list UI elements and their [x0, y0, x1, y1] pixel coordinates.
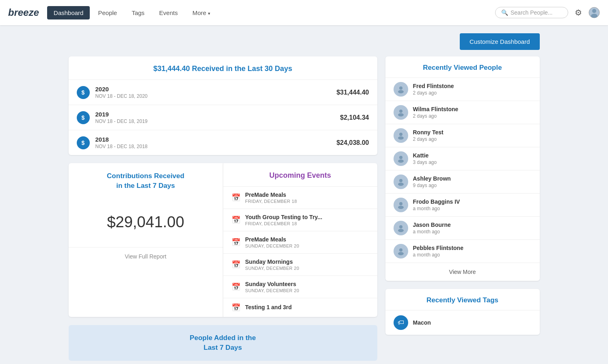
svg-point-2 [591, 14, 597, 18]
person-avatar-icon [397, 201, 405, 209]
chevron-down-icon [208, 9, 210, 16]
svg-point-13 [399, 202, 402, 205]
calendar-icon: 📅 [232, 260, 240, 269]
svg-point-11 [399, 179, 402, 182]
people-added-card: People Added in theLast 7 Days [69, 325, 377, 361]
event-row[interactable]: 📅 Sunday Volunteers SUNDAY, DECEMBER 20 [223, 276, 377, 298]
search-box[interactable]: 🔍 Search People... [495, 7, 568, 18]
event-date: SUNDAY, DECEMBER 20 [245, 243, 299, 248]
received-amount: $2,104.34 [340, 114, 369, 121]
svg-point-12 [398, 183, 404, 186]
view-full-report-link[interactable]: View Full Report [69, 247, 223, 265]
person-row[interactable]: Wilma Flintstone 2 days ago [385, 101, 540, 124]
calendar-icon: 📅 [232, 193, 240, 202]
person-row[interactable]: Ronny Test 2 days ago [385, 124, 540, 147]
person-row[interactable]: Jason Bourne a month ago [385, 216, 540, 239]
svg-point-10 [398, 159, 404, 163]
person-time: a month ago [413, 206, 460, 211]
contributions-title: Contributions Receivedin the Last 7 Days [77, 171, 215, 191]
received-row[interactable]: $ 2020 NOV 18 - DEC 18, 2020 $31,444.40 [69, 80, 377, 105]
received-date-range: NOV 18 - DEC 18, 2020 [95, 93, 148, 99]
recently-viewed-people-card: Recently Viewed People Fred Flintstone 2… [385, 56, 540, 281]
person-row[interactable]: Kattie 3 days ago [385, 147, 540, 170]
svg-point-16 [398, 229, 404, 232]
dollar-icon: $ [77, 86, 90, 99]
person-row[interactable]: Fred Flintstone 2 days ago [385, 78, 540, 101]
user-icon [589, 7, 600, 18]
svg-point-6 [398, 113, 404, 116]
contributions-header: Contributions Receivedin the Last 7 Days [69, 163, 223, 197]
left-column: $31,444.40 Received in the Last 30 Days … [69, 56, 377, 361]
person-avatar-icon [397, 108, 405, 116]
user-avatar-button[interactable] [589, 7, 600, 18]
event-row[interactable]: 📅 Testing 1 and 3rd [223, 298, 377, 317]
avatar [394, 174, 408, 189]
person-name: Kattie [413, 152, 437, 159]
calendar-icon: 📅 [232, 215, 240, 224]
avatar [394, 198, 408, 212]
contributions-amount: $29,041.00 [69, 197, 223, 247]
event-name: PreMade Meals [245, 192, 297, 198]
avatar [394, 82, 408, 97]
calendar-icon: 📅 [232, 282, 240, 291]
person-time: 3 days ago [413, 159, 437, 165]
person-row[interactable]: Ashley Brown 9 days ago [385, 170, 540, 193]
event-date: SUNDAY, DECEMBER 20 [245, 266, 299, 271]
person-avatar-icon [397, 178, 405, 186]
brand-logo[interactable]: breeze [8, 7, 39, 18]
event-row[interactable]: 📅 PreMade Meals FRIDAY, DECEMBER 18 [223, 186, 377, 209]
received-card: $31,444.40 Received in the Last 30 Days … [69, 56, 377, 155]
svg-point-17 [399, 248, 402, 252]
person-avatar-icon [397, 85, 405, 93]
person-name: Ronny Test [413, 129, 444, 136]
view-more-people-button[interactable]: View More [385, 263, 540, 281]
svg-point-4 [398, 90, 404, 93]
dollar-icon: $ [77, 136, 90, 149]
person-name: Ashley Brown [413, 175, 451, 182]
svg-point-14 [398, 206, 404, 209]
person-avatar-icon [397, 131, 405, 140]
event-name: Sunday Volunteers [245, 281, 299, 287]
person-time: a month ago [413, 229, 451, 235]
tag-name: Macon [413, 319, 431, 326]
settings-button[interactable]: ⚙ [575, 8, 582, 17]
person-name: Pebbles Flintstone [413, 245, 463, 251]
people-rows: Fred Flintstone 2 days ago Wilma Flintst… [385, 78, 540, 263]
svg-point-5 [399, 110, 402, 113]
person-row[interactable]: Frodo Baggins IV a month ago [385, 193, 540, 216]
event-row[interactable]: 📅 Sunday Mornings SUNDAY, DECEMBER 20 [223, 253, 377, 276]
event-name: PreMade Meals [245, 236, 299, 243]
search-icon: 🔍 [501, 9, 508, 16]
nav-items: Dashboard People Tags Events More [47, 6, 217, 19]
search-placeholder: Search People... [511, 9, 553, 16]
avatar [394, 105, 408, 120]
nav-more[interactable]: More [186, 6, 217, 19]
avatar [394, 128, 408, 143]
navbar: breeze Dashboard People Tags Events More… [0, 0, 608, 25]
events-card: Upcoming Events 📅 PreMade Meals FRIDAY, … [223, 163, 377, 317]
calendar-icon: 📅 [232, 238, 240, 247]
recently-viewed-tags-card: Recently Viewed Tags 🏷 Macon [385, 289, 540, 335]
received-rows: $ 2020 NOV 18 - DEC 18, 2020 $31,444.40 … [69, 80, 377, 155]
person-time: 2 days ago [413, 90, 454, 96]
event-date: SUNDAY, DECEMBER 20 [245, 288, 299, 293]
nav-people[interactable]: People [91, 6, 123, 19]
tag-row[interactable]: 🏷 Macon [385, 310, 540, 335]
received-row[interactable]: $ 2018 NOV 18 - DEC 18, 2018 $24,038.00 [69, 130, 377, 155]
received-amount: $24,038.00 [336, 139, 369, 146]
recently-viewed-tags-title: Recently Viewed Tags [385, 289, 540, 310]
event-name: Youth Group Testing to Try... [245, 214, 322, 220]
person-time: 2 days ago [413, 113, 459, 119]
customize-dashboard-button[interactable]: Customize Dashboard [460, 33, 539, 50]
person-row[interactable]: Pebbles Flintstone a month ago [385, 239, 540, 263]
event-name: Sunday Mornings [245, 258, 299, 265]
received-year: 2020 [95, 86, 148, 93]
event-row[interactable]: 📅 PreMade Meals SUNDAY, DECEMBER 20 [223, 231, 377, 253]
nav-dashboard[interactable]: Dashboard [47, 6, 90, 19]
nav-tags[interactable]: Tags [125, 6, 151, 19]
received-row[interactable]: $ 2019 NOV 18 - DEC 18, 2019 $2,104.34 [69, 105, 377, 130]
person-time: a month ago [413, 252, 463, 258]
event-row[interactable]: 📅 Youth Group Testing to Try... FRIDAY, … [223, 209, 377, 231]
nav-events[interactable]: Events [153, 6, 184, 19]
calendar-icon: 📅 [232, 303, 240, 312]
